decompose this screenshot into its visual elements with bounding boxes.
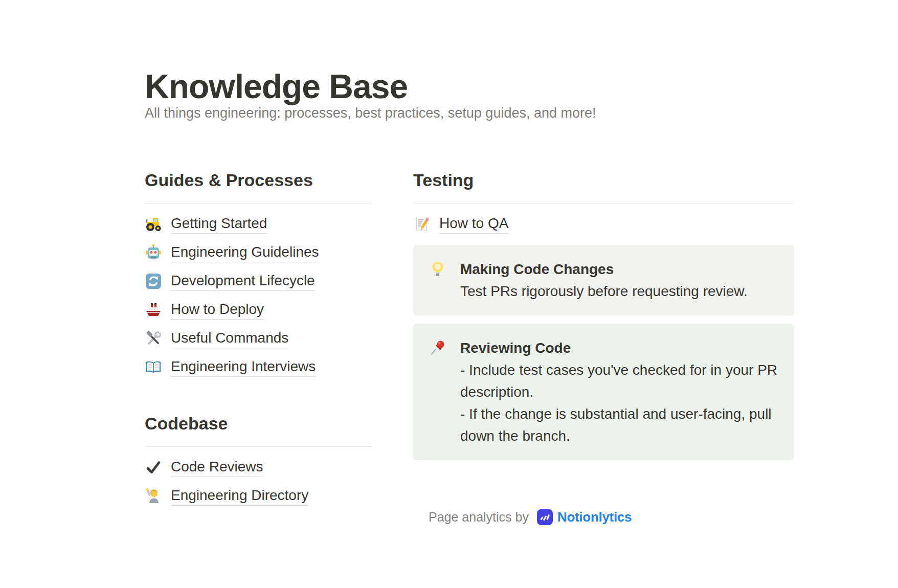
callout-reviewing-code: Reviewing Code - Include test cases you'…	[413, 324, 794, 460]
callout-text: Making Code Changes Test PRs rigorously …	[460, 258, 748, 302]
link-engineering-directory[interactable]: Engineering Directory	[145, 482, 372, 510]
robot-icon	[145, 244, 162, 261]
callout-title: Making Code Changes	[460, 258, 748, 280]
notionlytics-link[interactable]: Notionlytics	[537, 509, 632, 525]
left-column: Guides & Processes Getting St	[145, 169, 372, 510]
page-analytics-footer: Page analytics by Notionlytics	[429, 509, 632, 525]
light-bulb-icon	[429, 260, 447, 279]
link-label: Engineering Guidelines	[171, 243, 319, 262]
ship-icon	[145, 301, 162, 319]
callout-body: Test PRs rigorously before requesting re…	[460, 280, 748, 302]
check-mark-icon	[145, 459, 162, 476]
link-code-reviews[interactable]: Code Reviews	[145, 453, 372, 482]
link-label: Useful Commands	[171, 329, 288, 348]
memo-icon	[413, 215, 431, 233]
link-label: Engineering Directory	[171, 487, 308, 506]
link-how-to-deploy[interactable]: How to Deploy	[145, 296, 372, 324]
link-useful-commands[interactable]: Useful Commands	[145, 324, 372, 353]
open-book-icon	[145, 358, 162, 376]
link-label: Engineering Interviews	[171, 358, 316, 377]
section-divider	[145, 203, 372, 203]
analytics-label: Page analytics by	[429, 510, 529, 525]
link-label: How to QA	[439, 215, 508, 234]
right-column: Testing How t	[413, 169, 794, 460]
section-divider	[413, 203, 794, 203]
page-subtitle: All things engineering: processes, best …	[145, 103, 596, 123]
link-label: Getting Started	[171, 215, 267, 234]
callout-body: - Include test cases you've checked for …	[460, 359, 779, 447]
callout-making-code-changes: Making Code Changes Test PRs rigorously …	[413, 245, 794, 315]
section-divider	[145, 446, 372, 447]
notionlytics-label: Notionlytics	[557, 509, 632, 525]
guides-link-list: Getting Started Engi	[145, 210, 372, 381]
page-title: Knowledge Base	[145, 67, 408, 105]
tractor-icon	[145, 215, 162, 233]
person-raising-hand-icon	[145, 487, 162, 505]
section-heading-codebase: Codebase	[145, 412, 372, 435]
link-label: How to Deploy	[171, 301, 264, 320]
link-getting-started[interactable]: Getting Started	[145, 210, 372, 238]
section-heading-guides: Guides & Processes	[145, 169, 372, 191]
hammer-and-wrench-icon	[145, 330, 162, 347]
link-label: Development Lifecycle	[171, 272, 315, 291]
testing-link-list: How to QA	[413, 210, 794, 238]
link-development-lifecycle[interactable]: Development Lifecycle	[145, 267, 372, 296]
link-engineering-guidelines[interactable]: Engineering Guidelines	[145, 238, 372, 267]
pushpin-icon	[429, 339, 447, 357]
link-how-to-qa[interactable]: How to QA	[413, 210, 794, 238]
callout-text: Reviewing Code - Include test cases you'…	[460, 337, 779, 447]
notionlytics-logo-icon	[537, 509, 553, 525]
callout-title: Reviewing Code	[460, 337, 779, 359]
content-columns: Guides & Processes Getting St	[145, 169, 794, 510]
link-label: Code Reviews	[171, 458, 263, 477]
link-engineering-interviews[interactable]: Engineering Interviews	[145, 353, 372, 381]
section-heading-testing: Testing	[413, 169, 794, 191]
cycle-arrows-icon	[145, 273, 162, 290]
codebase-link-list: Code Reviews Engineering Directory	[145, 453, 372, 510]
